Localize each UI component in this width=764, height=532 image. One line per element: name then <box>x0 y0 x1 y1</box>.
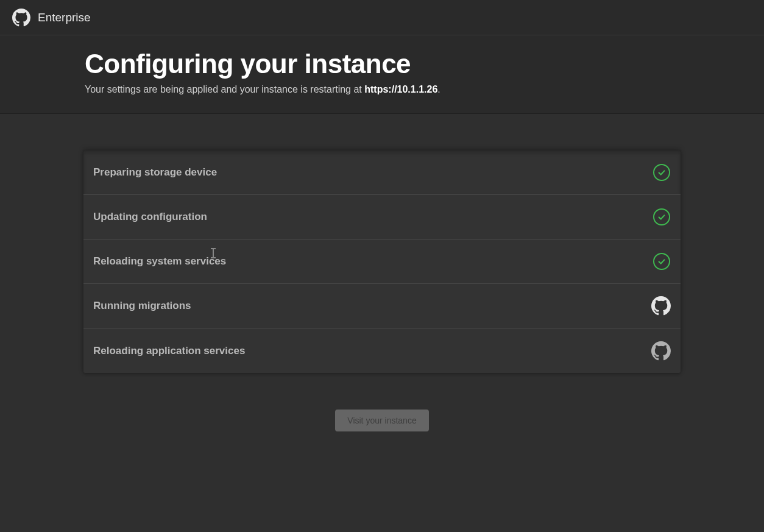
subtitle-prefix: Your settings are being applied and your… <box>85 84 364 94</box>
button-container: Visit your instance <box>0 410 764 431</box>
page-title: Configuring your instance <box>85 49 681 79</box>
subtitle-url: https://10.1.1.26 <box>364 84 437 94</box>
step-preparing-storage: Preparing storage device <box>83 151 681 195</box>
step-label: Reloading application services <box>93 345 245 357</box>
step-label: Reloading system services <box>93 255 226 268</box>
spinner-octocat-icon <box>651 296 671 316</box>
steps-list: Preparing storage device Updating config… <box>83 151 681 373</box>
step-label: Running migrations <box>93 300 191 312</box>
page-subtitle: Your settings are being applied and your… <box>85 84 681 95</box>
step-reloading-application-services: Reloading application services <box>83 328 681 373</box>
step-updating-configuration: Updating configuration <box>83 195 681 239</box>
subtitle-suffix: . <box>437 84 440 94</box>
check-icon <box>653 208 671 226</box>
step-reloading-system-services: Reloading system services <box>83 239 681 284</box>
check-icon <box>653 163 671 182</box>
header-brand-label: Enterprise <box>38 11 91 24</box>
main-content: Preparing storage device Updating config… <box>0 114 764 431</box>
visit-instance-button[interactable]: Visit your instance <box>335 410 428 431</box>
hero-section: Configuring your instance Your settings … <box>0 35 764 114</box>
step-label: Preparing storage device <box>93 166 217 179</box>
github-logo-icon <box>12 9 30 27</box>
step-running-migrations: Running migrations <box>83 284 681 328</box>
top-header: Enterprise <box>0 0 764 35</box>
pending-octocat-icon <box>651 341 671 361</box>
step-label: Updating configuration <box>93 211 207 223</box>
check-icon <box>653 252 671 271</box>
